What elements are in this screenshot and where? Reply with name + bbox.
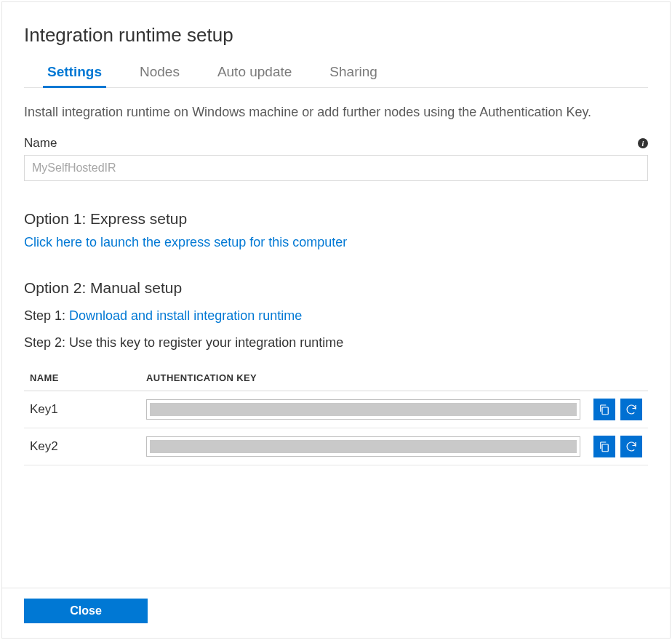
express-setup-link[interactable]: Click here to launch the express setup f… (24, 235, 347, 249)
key2-auth-field[interactable] (146, 436, 580, 457)
footer: Close (2, 588, 670, 638)
setup-panel: Integration runtime setup Settings Nodes… (1, 1, 671, 639)
tabs: Settings Nodes Auto update Sharing (24, 64, 648, 88)
info-icon[interactable]: i (638, 138, 648, 148)
tab-nodes[interactable]: Nodes (140, 64, 180, 87)
regenerate-key1-button[interactable] (620, 399, 642, 420)
key-name: Key1 (24, 391, 140, 428)
page-title: Integration runtime setup (24, 24, 648, 47)
copy-key1-button[interactable] (593, 399, 615, 420)
col-actions-header (586, 367, 648, 391)
svg-rect-1 (602, 444, 608, 452)
tab-settings[interactable]: Settings (47, 64, 102, 87)
key2-auth-masked (150, 440, 577, 453)
key-actions (586, 391, 648, 428)
svg-rect-0 (602, 407, 608, 415)
key-name: Key2 (24, 428, 140, 465)
col-name-header: NAME (24, 367, 140, 391)
copy-key2-button[interactable] (593, 436, 615, 457)
name-input[interactable] (24, 155, 648, 181)
key1-auth-field[interactable] (146, 399, 580, 420)
table-row: Key2 (24, 428, 648, 465)
tab-autoupdate[interactable]: Auto update (217, 64, 292, 87)
name-field-block: Name i (24, 136, 648, 181)
download-runtime-link[interactable]: Download and install integration runtime (69, 308, 302, 323)
key-value-cell (140, 391, 586, 428)
refresh-icon (625, 403, 638, 416)
step2: Step 2: Use this key to register your in… (24, 335, 648, 351)
name-label-row: Name i (24, 136, 648, 151)
name-label: Name (24, 136, 57, 151)
col-auth-header: AUTHENTICATION KEY (140, 367, 586, 391)
option2-heading: Option 2: Manual setup (24, 279, 648, 297)
regenerate-key2-button[interactable] (620, 436, 642, 457)
copy-icon (598, 403, 611, 416)
panel-content: Integration runtime setup Settings Nodes… (2, 2, 670, 588)
key-value-cell (140, 428, 586, 465)
close-button[interactable]: Close (24, 599, 148, 623)
step1: Step 1: Download and install integration… (24, 308, 648, 324)
key1-auth-masked (150, 403, 577, 416)
key-actions (586, 428, 648, 465)
step1-prefix: Step 1: (24, 308, 69, 323)
copy-icon (598, 440, 611, 453)
refresh-icon (625, 440, 638, 453)
table-row: Key1 (24, 391, 648, 428)
tab-sharing[interactable]: Sharing (329, 64, 377, 87)
option1-heading: Option 1: Express setup (24, 210, 648, 228)
keys-table: NAME AUTHENTICATION KEY Key1 (24, 367, 648, 465)
description-text: Install integration runtime on Windows m… (24, 103, 648, 121)
